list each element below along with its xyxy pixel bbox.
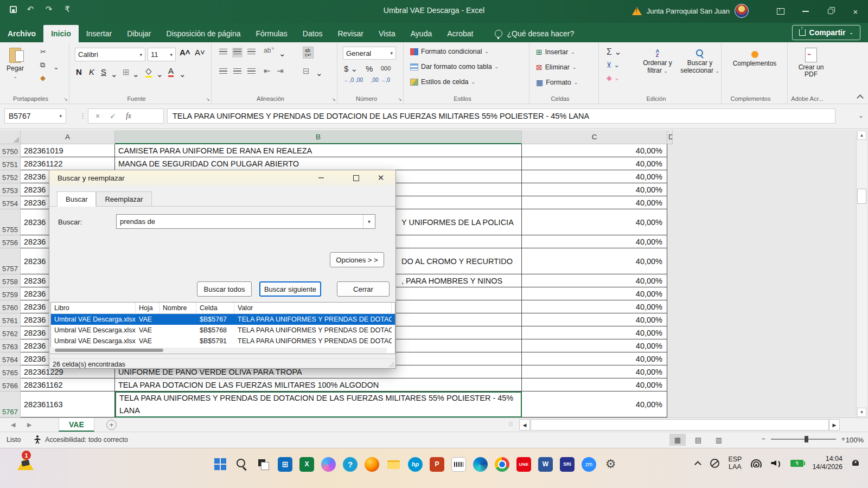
row-header-5757[interactable]: 5757: [0, 248, 21, 274]
expand-formula-bar-icon[interactable]: ⌄: [858, 112, 864, 119]
do-not-disturb-icon[interactable]: [710, 459, 719, 468]
hscroll-left-icon[interactable]: ◀: [519, 419, 530, 431]
number-dialog-launcher[interactable]: ↘: [398, 97, 402, 102]
column-header-b[interactable]: B: [115, 130, 522, 144]
row-header-5750[interactable]: 5750: [0, 144, 21, 157]
ribbon-display-options-button[interactable]: [768, 0, 793, 23]
alignment-dialog-launcher[interactable]: ↘: [331, 97, 336, 102]
paste-button[interactable]: Pegar⌄: [7, 48, 24, 79]
start-taskbar-icon[interactable]: [213, 457, 227, 472]
cell-C5756[interactable]: 40,00%: [522, 235, 667, 248]
cell-B5766[interactable]: TELA PARA DOTACION DE LAS FUERZAS MILITA…: [115, 378, 522, 391]
dialog-resize-grip[interactable]: [389, 362, 394, 367]
share-button[interactable]: Compartir ⌄: [792, 25, 860, 40]
options-button[interactable]: Opciones > >: [330, 252, 384, 267]
find-next-button[interactable]: Buscar siguiente: [259, 281, 321, 297]
font-dialog-launcher[interactable]: ↘: [206, 97, 210, 102]
normal-view-button[interactable]: ▦: [669, 434, 686, 446]
row-header-5758[interactable]: 5758: [0, 274, 21, 287]
cell-C5764[interactable]: 40,00%: [522, 352, 667, 365]
conditional-formatting-button[interactable]: Formato condicional⌄: [410, 48, 489, 55]
currency-button[interactable]: $ ⌄: [344, 64, 358, 74]
close-dialog-button[interactable]: Cerrar: [337, 281, 390, 297]
row-header-5755[interactable]: 5755: [0, 209, 21, 235]
notification-bell-icon[interactable]: [851, 459, 860, 468]
result-row-1[interactable]: Umbral VAE Descarga.xlsxVAE$B$5767TELA P…: [51, 314, 395, 325]
create-pdf-button[interactable]: Crear un PDF: [797, 48, 825, 78]
grow-font-button[interactable]: A˄: [180, 48, 190, 57]
ribbon-tab-datos[interactable]: Datos: [295, 25, 330, 42]
ribbon-tab-revisar[interactable]: Revisar: [330, 25, 371, 42]
font-color-dropdown[interactable]: ⌄: [179, 69, 186, 79]
align-center-button[interactable]: [232, 67, 242, 77]
cell-C5753[interactable]: 40,00%: [522, 183, 667, 196]
cell-A5750[interactable]: 282361019: [21, 144, 115, 157]
vertical-scroll-thumb[interactable]: [857, 189, 866, 204]
cell-C5757[interactable]: 40,00%: [522, 248, 667, 274]
row-header-5752[interactable]: 5752: [0, 170, 21, 183]
row-header-5763[interactable]: 5763: [0, 339, 21, 352]
copy-dropdown[interactable]: ⌄: [53, 63, 59, 71]
decrease-decimal-button[interactable]: ,00 →,0: [371, 77, 390, 83]
cell-C5755[interactable]: 40,00%: [522, 209, 667, 235]
namebox-splitter[interactable]: ⋮: [79, 112, 87, 120]
ribbon-tab-archivo[interactable]: Archivo: [0, 25, 43, 42]
volume-icon[interactable]: [771, 459, 782, 467]
language-indicator[interactable]: ESPLAA: [728, 455, 742, 471]
orientation-button[interactable]: ab⌝: [264, 47, 274, 54]
sheet-tab-vae[interactable]: VAE: [59, 418, 94, 432]
chrome-taskbar-icon[interactable]: [495, 457, 509, 472]
cell-C5754[interactable]: 40,00%: [522, 196, 667, 209]
result-row-3[interactable]: Umbral VAE Descarga.xlsxVAE$B$5791TELA P…: [51, 336, 395, 346]
sheet-prev-icon[interactable]: ◀: [11, 421, 15, 428]
underline-dropdown[interactable]: ⌄: [111, 69, 118, 79]
search-taskbar-icon[interactable]: [234, 457, 249, 472]
ribbon-tab-f-rmulas[interactable]: Fórmulas: [248, 25, 295, 42]
formula-input[interactable]: TELA PARA UNIFORMES Y PRENDAS DE DOTACIO…: [167, 108, 835, 124]
fill-button[interactable]: ⊻ ⌄: [607, 61, 620, 69]
percent-button[interactable]: %: [366, 64, 373, 73]
firefox-taskbar-icon[interactable]: [365, 457, 379, 472]
app2-taskbar-icon[interactable]: [451, 457, 466, 472]
row-header-5751[interactable]: 5751: [0, 157, 21, 170]
collapse-ribbon-button[interactable]: [857, 94, 864, 101]
cell-A5766[interactable]: 282361162: [21, 378, 115, 391]
hp-taskbar-icon[interactable]: hp: [408, 457, 423, 472]
dialog-tab-reemplazar[interactable]: Reemplazar: [96, 191, 151, 207]
une-taskbar-icon[interactable]: UNE: [516, 457, 531, 472]
row-header-5754[interactable]: 5754: [0, 196, 21, 209]
dialog-maximize-icon[interactable]: [348, 170, 364, 185]
name-box[interactable]: B5767▾: [4, 108, 66, 124]
vertical-scrollbar[interactable]: ▲ ▼: [856, 130, 867, 418]
font-color-button[interactable]: A: [168, 66, 174, 77]
row-header-5765[interactable]: 5765: [0, 365, 21, 378]
format-painter-button[interactable]: ◆: [40, 74, 46, 82]
align-bottom-button[interactable]: [246, 48, 257, 57]
dialog-minimize-icon[interactable]: [313, 170, 329, 185]
add-sheet-button[interactable]: +: [106, 420, 117, 430]
battery-icon[interactable]: ↯: [790, 460, 803, 467]
store-taskbar-icon[interactable]: ⊞: [278, 457, 292, 472]
zoom-in-icon[interactable]: +: [841, 435, 845, 443]
avatar[interactable]: [735, 4, 749, 18]
cell-C5766[interactable]: 40,00%: [522, 378, 667, 391]
cell-C5750[interactable]: 40,00%: [522, 144, 667, 157]
find-select-button[interactable]: Buscar y seleccionar ⌄: [679, 49, 720, 75]
cell-C5759[interactable]: 40,00%: [522, 287, 667, 300]
align-top-button[interactable]: [218, 48, 228, 57]
zoom-out-icon[interactable]: −: [761, 435, 765, 443]
zoom-slider-thumb[interactable]: [805, 436, 808, 442]
edge-taskbar-icon[interactable]: [473, 457, 488, 472]
orientation-dropdown[interactable]: ⌄: [279, 49, 286, 59]
cell-C5765[interactable]: 40,00%: [522, 365, 667, 378]
restore-button[interactable]: [818, 0, 843, 23]
page-break-view-button[interactable]: ▥: [711, 434, 727, 446]
cell-C5767[interactable]: 40,00%: [522, 391, 667, 418]
result-row-2[interactable]: Umbral VAE Descarga.xlsxVAE$B$5768TELA P…: [51, 325, 395, 336]
zoom-percent[interactable]: 100%: [846, 436, 864, 444]
row-header-5766[interactable]: 5766: [0, 378, 21, 391]
ribbon-tab-vista[interactable]: Vista: [371, 25, 403, 42]
copilot-taskbar-icon[interactable]: [321, 457, 336, 472]
fill-color-dropdown[interactable]: ⌄: [156, 69, 163, 79]
ribbon-tab-dibujar[interactable]: Dibujar: [119, 25, 158, 42]
